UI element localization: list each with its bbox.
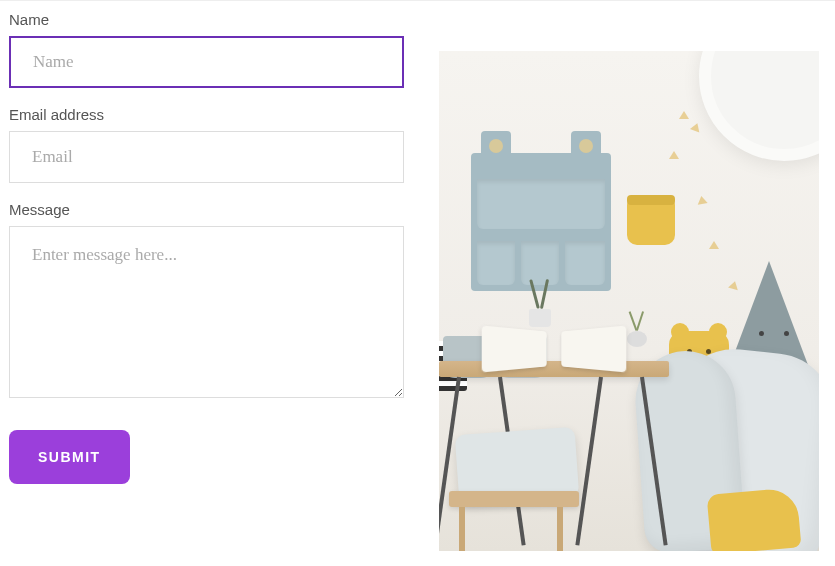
name-input[interactable]: [9, 36, 404, 88]
email-label: Email address: [9, 106, 404, 123]
email-field-group: Email address: [9, 106, 404, 183]
stool-icon: [449, 491, 579, 507]
decorative-image: [439, 11, 829, 551]
message-textarea[interactable]: [9, 226, 404, 398]
submit-button[interactable]: SUBMIT: [9, 430, 130, 484]
mirror-icon: [699, 51, 819, 161]
blanket-icon: [707, 487, 802, 551]
name-field-group: Name: [9, 11, 404, 88]
message-label: Message: [9, 201, 404, 218]
name-label: Name: [9, 11, 404, 28]
wall-organizer-icon: [471, 131, 611, 291]
contact-form: Name Email address Message SUBMIT: [9, 11, 404, 551]
email-input[interactable]: [9, 131, 404, 183]
open-book-icon: [484, 329, 624, 369]
room-scene: [439, 51, 819, 551]
hanging-basket-icon: [627, 201, 675, 245]
message-field-group: Message: [9, 201, 404, 402]
